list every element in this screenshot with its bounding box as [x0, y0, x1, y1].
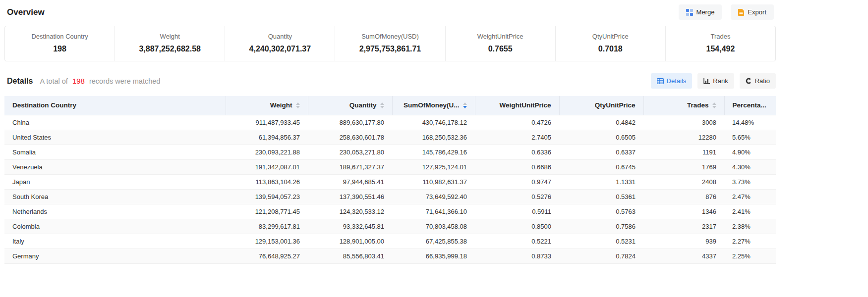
sort-carets-icon[interactable] [463, 102, 467, 108]
view-details-button[interactable]: Details [651, 73, 693, 89]
cell-quantity: 889,630,177.80 [308, 115, 392, 130]
column-header-label: Quantity [349, 101, 377, 109]
sort-carets-icon[interactable] [380, 102, 384, 108]
table-row[interactable]: Japan113,863,104.2697,944,685.41110,982,… [4, 174, 776, 189]
cell-weightunitprice: 0.8733 [475, 248, 559, 263]
cell-trades: 1769 [643, 159, 724, 174]
cell-weightunitprice: 0.4726 [475, 115, 559, 130]
table-row[interactable]: Colombia83,299,617.8193,332,645.8170,803… [4, 219, 776, 234]
cell-sumofmoney-u: 70,803,458.08 [392, 219, 475, 234]
sort-carets-icon[interactable] [296, 102, 300, 108]
cell-trades: 939 [643, 234, 724, 248]
merge-button[interactable]: Merge [679, 4, 722, 20]
cell-destination-country: China [4, 115, 226, 130]
cell-weight: 113,863,104.26 [226, 174, 308, 189]
cell-destination-country: South Korea [4, 189, 226, 204]
merge-button-label: Merge [696, 8, 715, 16]
cell-destination-country: Colombia [4, 219, 226, 234]
cell-percenta: 5.65% [724, 130, 776, 145]
cell-weight: 83,299,617.81 [226, 219, 308, 234]
cell-quantity: 258,630,601.78 [308, 130, 392, 145]
column-header-sumofmoney-u[interactable]: SumOfMoney(U... [392, 96, 475, 115]
cell-quantity: 85,556,803.41 [308, 248, 392, 263]
view-rank-button[interactable]: Rank [697, 73, 734, 89]
stat-value: 0.7655 [446, 45, 555, 53]
cell-trades: 3008 [643, 115, 724, 130]
cell-sumofmoney-u: 145,786,429.16 [392, 145, 475, 159]
summary-suffix: records were matched [89, 77, 160, 85]
cell-weightunitprice: 0.6336 [475, 145, 559, 159]
stat-value: 2,975,753,861.71 [335, 45, 445, 53]
view-button-label: Rank [713, 77, 728, 85]
table-row[interactable]: Germany76,648,925.2785,556,803.4166,935,… [4, 248, 776, 263]
view-button-label: Ratio [755, 77, 770, 85]
details-table: Destination CountryWeightQuantitySumOfMo… [4, 96, 776, 264]
table-row[interactable]: Somalia230,093,221.88230,053,271.80145,7… [4, 145, 776, 159]
page: Overview Merge [4, 0, 776, 264]
cell-qtyunitprice: 0.6337 [559, 145, 643, 159]
cell-trades: 876 [643, 189, 724, 204]
cell-trades: 1346 [643, 204, 724, 219]
cell-qtyunitprice: 0.5763 [559, 204, 643, 219]
cell-destination-country: Venezuela [4, 159, 226, 174]
column-header-label: QtyUnitPrice [595, 101, 636, 109]
rank-bars-icon [703, 78, 710, 84]
cell-sumofmoney-u: 66,935,999.18 [392, 248, 475, 263]
cell-percenta: 3.73% [724, 174, 776, 189]
view-switch: DetailsRankRatio [651, 73, 776, 89]
stat-weightunitprice: WeightUnitPrice0.7655 [446, 26, 556, 61]
view-button-label: Details [667, 77, 687, 85]
cell-quantity: 93,332,645.81 [308, 219, 392, 234]
cell-weight: 121,208,771.45 [226, 204, 308, 219]
cell-percenta: 2.27% [724, 234, 776, 248]
sort-carets-icon[interactable] [712, 102, 716, 108]
cell-weightunitprice: 0.9747 [475, 174, 559, 189]
export-button-label: Export [748, 8, 766, 16]
column-header-quantity[interactable]: Quantity [308, 96, 392, 115]
cell-weight: 911,487,933.45 [226, 115, 308, 130]
view-ratio-button[interactable]: Ratio [740, 73, 776, 89]
cell-quantity: 137,390,551.46 [308, 189, 392, 204]
cell-destination-country: Netherlands [4, 204, 226, 219]
cell-sumofmoney-u: 168,250,532.36 [392, 130, 475, 145]
cell-destination-country: Somalia [4, 145, 226, 159]
cell-qtyunitprice: 0.7824 [559, 248, 643, 263]
table-row[interactable]: Venezuela191,342,087.01189,671,327.37127… [4, 159, 776, 174]
table-row[interactable]: China911,487,933.45889,630,177.80430,746… [4, 115, 776, 130]
table-row[interactable]: United States61,394,856.37258,630,601.78… [4, 130, 776, 145]
cell-qtyunitprice: 0.4842 [559, 115, 643, 130]
cell-weight: 76,648,925.27 [226, 248, 308, 263]
stat-label: Destination Country [5, 33, 115, 40]
stat-qtyunitprice: QtyUnitPrice0.7018 [556, 26, 666, 61]
stat-value: 4,240,302,071.37 [225, 45, 335, 53]
stat-sumofmoney-usd: SumOfMoney(USD)2,975,753,861.71 [335, 26, 445, 61]
details-table-icon [657, 78, 664, 84]
cell-qtyunitprice: 1.1331 [559, 174, 643, 189]
cell-trades: 2317 [643, 219, 724, 234]
stat-value: 0.7018 [556, 45, 665, 53]
cell-quantity: 230,053,271.80 [308, 145, 392, 159]
stat-quantity: Quantity4,240,302,071.37 [225, 26, 335, 61]
cell-weight: 230,093,221.88 [226, 145, 308, 159]
cell-trades: 2408 [643, 174, 724, 189]
column-header-label: Weight [270, 101, 292, 109]
column-header-qtyunitprice: QtyUnitPrice [559, 96, 643, 115]
table-row[interactable]: South Korea139,594,057.23137,390,551.467… [4, 189, 776, 204]
table-row[interactable]: Italy129,153,001.36128,901,005.0067,425,… [4, 234, 776, 248]
stat-label: Weight [115, 33, 225, 40]
table-row[interactable]: Netherlands121,208,771.45124,320,533.127… [4, 204, 776, 219]
column-header-weight[interactable]: Weight [226, 96, 308, 115]
column-header-label: Percenta... [733, 101, 766, 109]
ratio-pie-icon [746, 78, 752, 84]
column-header-trades[interactable]: Trades [643, 96, 724, 115]
column-header-destination-country: Destination Country [4, 96, 226, 115]
cell-qtyunitprice: 0.5361 [559, 189, 643, 204]
cell-percenta: 2.41% [724, 204, 776, 219]
column-header-label: Trades [687, 101, 709, 109]
cell-percenta: 2.38% [724, 219, 776, 234]
column-header-label: SumOfMoney(U... [404, 101, 460, 109]
cell-qtyunitprice: 0.6745 [559, 159, 643, 174]
cell-qtyunitprice: 0.5231 [559, 234, 643, 248]
export-button[interactable]: Export [731, 4, 774, 20]
cell-destination-country: Italy [4, 234, 226, 248]
